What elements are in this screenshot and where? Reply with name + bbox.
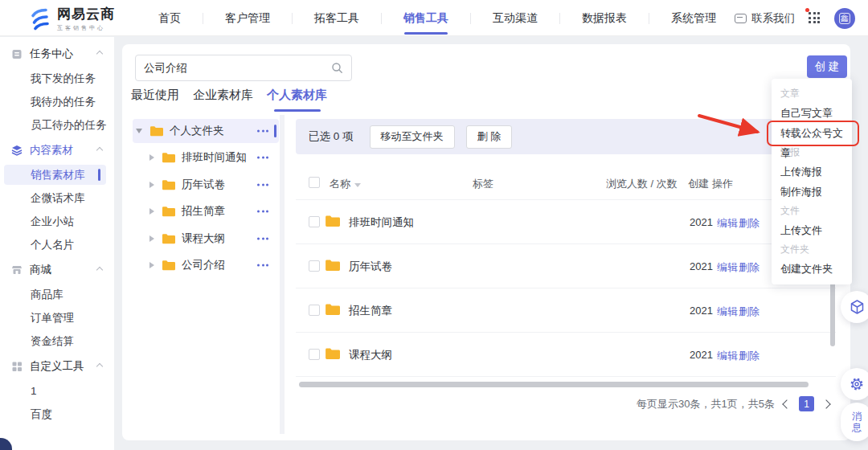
row-name: 课程大纲 [349, 348, 392, 362]
apps-grid-icon[interactable] [809, 12, 821, 24]
nav-sales-tools[interactable]: 销售工具 [382, 0, 470, 36]
bulk-action-toolbar: 已选 0 项 移动至文件夹 删 除 [296, 119, 836, 154]
selected-count: 已选 0 项 [309, 129, 354, 144]
prev-page-icon[interactable] [782, 399, 791, 408]
tree-root-personal-folder[interactable]: 个人文件夹 [122, 117, 280, 145]
horizontal-scrollbar[interactable] [299, 382, 809, 387]
sidebar-item-tasks-issued[interactable]: 我下发的任务 [0, 67, 114, 90]
sidebar-group-content-material[interactable]: 内容素材 [0, 137, 114, 163]
sidebar-group-mall[interactable]: 商城 [0, 256, 114, 283]
sidebar-item-funds-settlement[interactable]: 资金结算 [0, 329, 114, 353]
more-icon[interactable] [257, 237, 268, 239]
sidebar-item-wecom-scripts[interactable]: 企微话术库 [0, 186, 114, 210]
folder-icon [325, 347, 340, 360]
edit-link[interactable]: 编辑 [717, 216, 738, 231]
sidebar-item-tasks-staff-todo[interactable]: 员工待办的任务 [0, 113, 114, 137]
menu-item-make-poster[interactable]: 制作海报 [772, 182, 852, 202]
table-row[interactable]: 招生简章 2021 编辑 删除 [296, 288, 836, 333]
sidebar-item-product-library[interactable]: 商品库 [0, 283, 114, 306]
search-icon [331, 62, 343, 74]
delete-button[interactable]: 删 除 [466, 125, 513, 149]
tree-item[interactable]: 招生简章 [122, 198, 280, 226]
row-checkbox[interactable] [309, 349, 320, 360]
sidebar-item-sales-material-library[interactable]: 销售素材库 [0, 163, 114, 186]
table-header: 名称 标签 浏览人数 / 次数 创建 操作 [296, 166, 836, 200]
caret-right-icon[interactable] [149, 208, 154, 215]
settings-button[interactable] [841, 368, 868, 400]
select-all-checkbox[interactable] [309, 177, 320, 188]
tree-item[interactable]: 历年试卷 [122, 171, 280, 198]
selection-bar [274, 125, 276, 137]
nav-system-management[interactable]: 系统管理 [649, 0, 738, 36]
panel-divider [280, 115, 285, 434]
more-icon[interactable] [257, 157, 268, 159]
table-row[interactable]: 历年试卷 2021 编辑 删除 [296, 244, 836, 288]
menu-item-create-folder[interactable]: 创建文件夹 [772, 259, 852, 279]
more-icon[interactable] [257, 211, 268, 213]
folder-icon [325, 259, 340, 272]
folder-icon [162, 152, 175, 163]
search-input[interactable] [144, 62, 331, 74]
row-checkbox[interactable] [309, 260, 320, 272]
menu-item-upload-poster[interactable]: 上传海报 [772, 162, 852, 182]
create-button[interactable]: 创 建 [807, 55, 847, 78]
caret-right-icon[interactable] [149, 154, 154, 161]
delete-link[interactable]: 删除 [739, 305, 760, 319]
menu-item-repost-official-account-article[interactable]: 转载公众号文章 [772, 123, 852, 143]
row-checkbox[interactable] [309, 216, 320, 227]
delete-link[interactable]: 删除 [739, 216, 760, 231]
table-row[interactable]: 课程大纲 2021 编辑 删除 [296, 333, 836, 377]
sidebar-item-personal-card[interactable]: 个人名片 [0, 233, 114, 256]
sidebar-item-order-management[interactable]: 订单管理 [0, 306, 114, 329]
caret-down-icon[interactable] [136, 129, 142, 133]
folder-icon [162, 260, 175, 271]
nav-home[interactable]: 首页 [137, 0, 203, 36]
filter-icon[interactable] [354, 183, 361, 187]
widget-cube-button[interactable] [841, 291, 868, 323]
table-row[interactable]: 排班时间通知 2021 编辑 删除 [296, 200, 836, 244]
sidebar-item-company-site[interactable]: 企业小站 [0, 210, 114, 233]
sidebar-group-custom-tools[interactable]: 自定义工具 [0, 353, 114, 379]
sidebar-item-custom-1[interactable]: 1 [0, 379, 114, 403]
sidebar-group-task-center[interactable]: 任务中心 [0, 40, 114, 67]
folder-tree: 个人文件夹 排班时间通知 历年试卷 招生简章 课程大纲 [122, 117, 280, 436]
menu-group-file: 文件 [772, 202, 852, 220]
sidebar-item-tasks-todo[interactable]: 我待办的任务 [0, 90, 114, 113]
caret-right-icon[interactable] [149, 182, 154, 188]
edit-link[interactable]: 编辑 [717, 260, 738, 275]
row-name: 排班时间通知 [349, 215, 414, 230]
menu-group-article: 文章 [772, 84, 852, 103]
tree-item[interactable]: 公司介绍 [122, 252, 280, 280]
tree-item[interactable]: 排班时间通知 [122, 145, 280, 172]
edit-link[interactable]: 编辑 [717, 305, 738, 319]
more-icon[interactable] [257, 183, 268, 186]
caret-right-icon[interactable] [149, 262, 154, 268]
tab-enterprise-library[interactable]: 企业素材库 [193, 88, 253, 112]
next-page-icon[interactable] [821, 399, 830, 408]
caret-right-icon[interactable] [149, 235, 154, 242]
avatar[interactable]: 鑫 [834, 8, 855, 29]
row-checkbox[interactable] [309, 305, 320, 316]
delete-link[interactable]: 删除 [739, 260, 760, 275]
folder-icon [325, 215, 340, 227]
tab-recently-used[interactable]: 最近使用 [131, 88, 179, 112]
menu-item-upload-file[interactable]: 上传文件 [772, 220, 852, 240]
edit-link[interactable]: 编辑 [717, 349, 738, 363]
contact-us-button[interactable]: 联系我们 [735, 11, 795, 26]
search-box[interactable] [135, 55, 352, 81]
move-to-folder-button[interactable]: 移动至文件夹 [370, 125, 455, 149]
nav-data-reports[interactable]: 数据报表 [560, 0, 649, 36]
delete-link[interactable]: 删除 [739, 349, 760, 363]
folder-icon [162, 206, 175, 217]
nav-interaction-channels[interactable]: 互动渠道 [471, 0, 559, 36]
tree-item[interactable]: 课程大纲 [122, 225, 280, 252]
nav-prospecting-tools[interactable]: 拓客工具 [293, 0, 381, 36]
messages-button[interactable]: 消息 [841, 403, 868, 441]
nav-customer-management[interactable]: 客户管理 [203, 0, 292, 36]
more-icon[interactable] [257, 264, 268, 267]
chevron-up-icon [96, 51, 103, 57]
page-number[interactable]: 1 [799, 396, 814, 411]
sidebar-item-baidu[interactable]: 百度 [0, 403, 114, 426]
more-icon[interactable] [257, 129, 268, 132]
tab-personal-library[interactable]: 个人素材库 [267, 88, 327, 112]
